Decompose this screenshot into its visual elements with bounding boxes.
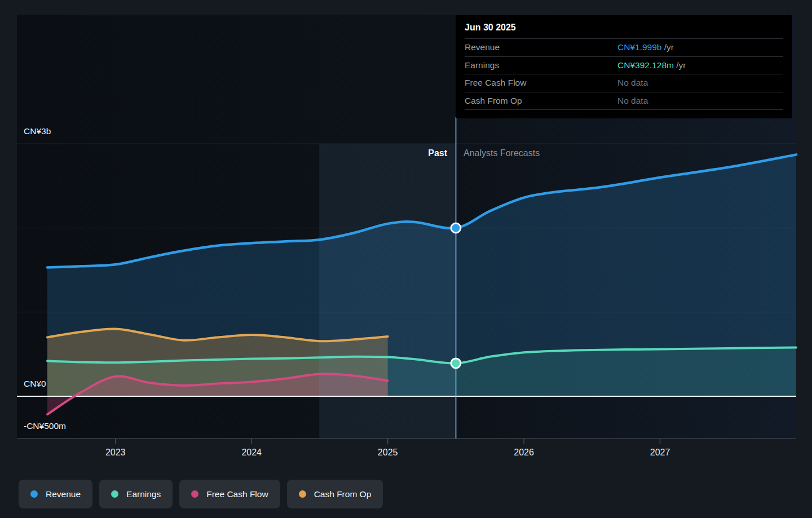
y-axis-label-0: CN¥0 <box>24 379 46 388</box>
tooltip-rows: RevenueCN¥1.999b /yrEarningsCN¥392.128m … <box>465 38 783 110</box>
tooltip-row-cash-from-op: Cash From OpNo data <box>465 92 783 110</box>
y-axis-label--0.5: -CN¥500m <box>24 421 66 431</box>
tooltip-row-label: Revenue <box>465 42 617 52</box>
x-axis-label-2026: 2026 <box>514 448 534 457</box>
past-zone-label: Past <box>428 148 447 158</box>
legend-label: Revenue <box>46 489 81 499</box>
tooltip-row-free-cash-flow: Free Cash FlowNo data <box>465 74 783 92</box>
tooltip-row-value: CN¥392.128m /yr <box>617 60 783 70</box>
tooltip-row-earnings: EarningsCN¥392.128m /yr <box>465 56 783 74</box>
x-axis-label-2025: 2025 <box>378 448 398 457</box>
tooltip-row-label: Cash From Op <box>465 96 617 106</box>
legend-dot-icon <box>299 490 306 498</box>
series-legend: RevenueEarningsFree Cash FlowCash From O… <box>19 480 383 508</box>
revenue-marker-point[interactable] <box>451 223 461 233</box>
tooltip-row-label: Earnings <box>465 60 617 70</box>
legend-label: Free Cash Flow <box>206 489 268 499</box>
tooltip-row-value: No data <box>617 78 783 88</box>
tooltip-row-label: Free Cash Flow <box>465 78 617 88</box>
tooltip-row-revenue: RevenueCN¥1.999b /yr <box>465 38 783 56</box>
y-axis-label-3: CN¥3b <box>24 126 51 136</box>
tooltip-row-value: No data <box>617 96 783 106</box>
legend-toggle-revenue[interactable]: Revenue <box>19 480 92 508</box>
legend-dot-icon <box>30 490 38 498</box>
legend-toggle-free-cash-flow[interactable]: Free Cash Flow <box>179 480 280 508</box>
legend-toggle-cash-from-op[interactable]: Cash From Op <box>287 480 383 508</box>
tooltip-date-title: Jun 30 2025 <box>465 15 783 38</box>
tooltip-row-value: CN¥1.999b /yr <box>617 42 783 52</box>
x-axis-label-2027: 2027 <box>650 448 670 457</box>
legend-label: Cash From Op <box>314 489 372 499</box>
earnings-marker-point[interactable] <box>451 358 461 368</box>
x-axis-label-2023: 2023 <box>105 448 126 457</box>
legend-toggle-earnings[interactable]: Earnings <box>99 480 173 508</box>
x-axis-label-2024: 2024 <box>241 448 262 457</box>
forecast-zone-label: Analysts Forecasts <box>464 148 540 158</box>
chart-tooltip: Jun 30 2025 RevenueCN¥1.999b /yrEarnings… <box>456 15 792 118</box>
stock-financials-chart-page: CN¥3bCN¥0-CN¥500m20232024202520262027 Pa… <box>0 0 812 518</box>
legend-label: Earnings <box>126 489 161 499</box>
recent-period-highlight-band <box>320 144 456 439</box>
legend-dot-icon <box>111 490 118 498</box>
legend-dot-icon <box>191 490 198 498</box>
